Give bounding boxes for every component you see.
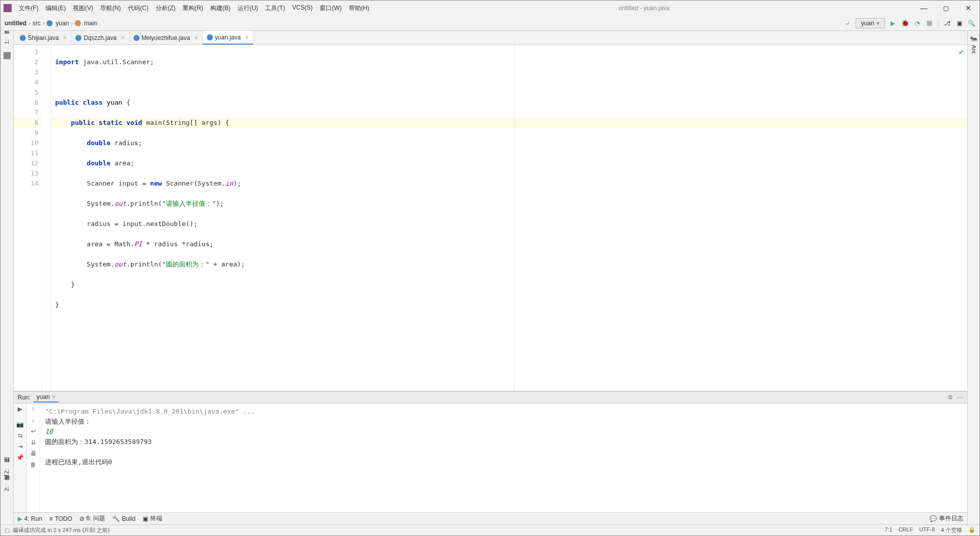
camera-icon[interactable]: 📷: [16, 421, 24, 428]
menu-tools[interactable]: 工具(T): [262, 2, 288, 15]
line-number[interactable]: 4▶: [14, 77, 41, 87]
line-number[interactable]: 7: [14, 108, 41, 118]
print-icon[interactable]: 🖶: [30, 450, 36, 457]
run-button[interactable]: ▶: [889, 19, 897, 27]
menu-vcs[interactable]: VCS(S): [289, 2, 316, 15]
menu-refactor[interactable]: 重构(R): [180, 2, 206, 15]
status-indent[interactable]: 4 个空格: [941, 526, 962, 534]
menu-navigate[interactable]: 导航(N): [97, 2, 124, 15]
menu-run[interactable]: 运行(U): [235, 2, 261, 15]
tool-favorites[interactable]: 2: 收藏: [3, 482, 11, 494]
console-output: 圆的面积为：314.1592653589793: [45, 437, 962, 447]
stop-button[interactable]: [925, 19, 933, 27]
up-arrow-icon[interactable]: ↑: [32, 406, 35, 413]
line-number[interactable]: 14: [14, 178, 41, 189]
line-number[interactable]: 13: [14, 168, 41, 178]
breadcrumb-class[interactable]: yuan: [56, 20, 69, 27]
line-number[interactable]: 10: [14, 138, 41, 148]
hammer-icon: 🔨: [112, 515, 120, 522]
minimize-button[interactable]: —: [916, 4, 932, 12]
close-run-tab-icon[interactable]: ✕: [52, 394, 56, 399]
line-number[interactable]: 2: [14, 57, 41, 67]
breadcrumb-project[interactable]: untitled: [5, 20, 26, 27]
code-editor[interactable]: 1 2 3▶ 4▶ 5 6 7 8 9 10 11 12 13 14 impor…: [14, 45, 967, 391]
tab-yuan[interactable]: yuan.java ✕: [203, 31, 253, 44]
exit-icon[interactable]: ⇥: [18, 443, 23, 450]
trash-icon[interactable]: 🗑: [30, 461, 36, 468]
maximize-button[interactable]: ◻: [938, 4, 954, 12]
line-number[interactable]: 5: [14, 87, 41, 98]
search-everywhere-icon[interactable]: 🔍: [967, 19, 975, 27]
build-icon[interactable]: ⤾: [843, 19, 852, 27]
menu-build[interactable]: 构建(B): [207, 2, 234, 15]
menu-code[interactable]: 代码(C): [125, 2, 152, 15]
wrap-icon[interactable]: ↩: [31, 428, 36, 435]
tool-ant[interactable]: Ant: [971, 42, 977, 57]
status-encoding[interactable]: UTF-8: [919, 526, 935, 534]
chevron-down-icon: ▾: [876, 20, 879, 27]
tool-folder-icon[interactable]: [4, 52, 11, 59]
check-icon: ✔: [958, 48, 964, 56]
tool-structure[interactable]: Z: 结构: [3, 464, 11, 477]
close-tab-icon[interactable]: ✕: [245, 34, 249, 40]
app-icon: [4, 4, 12, 12]
line-number[interactable]: 8: [14, 118, 41, 128]
console-exit: 进程已结束,退出代码0: [45, 457, 962, 467]
coverage-button[interactable]: ◔: [913, 19, 921, 27]
run-config-dropdown[interactable]: yuan ▾: [856, 18, 885, 28]
menu-help[interactable]: 帮助(H): [346, 2, 373, 15]
line-number[interactable]: 1: [14, 47, 41, 57]
run-minimize-icon[interactable]: —: [957, 394, 963, 401]
tool-project[interactable]: 1: 项目: [3, 35, 11, 47]
editor-tabs: Shijian.java ✕ Dqszzh.java ✕ Meiyuezhifu…: [14, 31, 967, 45]
tool-terminal[interactable]: ▣终端: [143, 514, 162, 523]
status-dock-icon[interactable]: ▢: [5, 527, 10, 533]
line-number[interactable]: 6: [14, 98, 41, 108]
rerun-button[interactable]: ▶: [18, 406, 22, 413]
close-tab-icon[interactable]: ✕: [194, 35, 198, 40]
tab-meiyuezhifue[interactable]: Meiyuezhifue.java ✕: [129, 31, 203, 44]
status-line-ending[interactable]: CRLF: [899, 526, 913, 534]
layout-run-icon[interactable]: ⇆: [18, 432, 23, 439]
menu-window[interactable]: 窗口(W): [317, 2, 344, 15]
tool-build[interactable]: 🔨Build: [112, 515, 136, 522]
status-position[interactable]: 7:1: [885, 526, 893, 534]
tool-problems[interactable]: ⊘6: 问题: [79, 514, 105, 523]
menu-edit[interactable]: 编辑(E): [42, 2, 69, 15]
layout-icon[interactable]: ▣: [955, 19, 963, 27]
run-panel: Run: yuan ✕ ⚙ — ▶ 📷 ⇆: [14, 391, 967, 512]
git-icon[interactable]: ⎇: [943, 19, 951, 27]
close-tab-icon[interactable]: ✕: [63, 35, 67, 40]
tool-run[interactable]: ▶4: Run: [18, 515, 42, 522]
line-number[interactable]: 12: [14, 158, 41, 168]
line-number[interactable]: 3▶: [14, 67, 41, 77]
ant-icon: 🐜: [970, 35, 977, 42]
close-tab-icon[interactable]: ✕: [121, 35, 125, 40]
menu-analyze[interactable]: 分析(Z): [153, 2, 179, 15]
close-button[interactable]: ✕: [960, 4, 976, 12]
tab-label: yuan.java: [215, 34, 241, 41]
tab-dqszzh[interactable]: Dqszzh.java ✕: [71, 31, 129, 44]
tool-todo[interactable]: ≡TODO: [49, 515, 72, 522]
terminal-icon: ▣: [143, 515, 148, 522]
code-area[interactable]: import java.util.Scanner; public class y…: [51, 45, 967, 391]
line-number[interactable]: 9: [14, 128, 41, 138]
event-log-icon: 💬: [929, 515, 937, 522]
line-gutter: 1 2 3▶ 4▶ 5 6 7 8 9 10 11 12 13 14: [14, 45, 42, 391]
scroll-icon[interactable]: ⇊: [31, 439, 36, 446]
run-settings-icon[interactable]: ⚙: [948, 394, 953, 401]
run-console[interactable]: "C:\Program Files\Java\jdk1.8.0_201\bin\…: [40, 404, 967, 512]
down-arrow-icon[interactable]: ↓: [32, 417, 35, 424]
tool-eventlog[interactable]: 事件日志: [939, 514, 963, 523]
tab-label: Shijian.java: [28, 34, 59, 41]
run-tab-yuan[interactable]: yuan ✕: [33, 392, 59, 403]
menu-view[interactable]: 视图(V): [70, 2, 96, 15]
debug-button[interactable]: 🐞: [901, 19, 909, 27]
menu-file[interactable]: 文件(F): [16, 2, 41, 15]
status-lock-icon[interactable]: 🔒: [968, 526, 975, 534]
breadcrumb-src[interactable]: src: [32, 20, 40, 27]
pin-icon[interactable]: 📌: [16, 454, 24, 461]
tab-shijian[interactable]: Shijian.java ✕: [16, 31, 71, 44]
line-number[interactable]: 11: [14, 148, 41, 158]
breadcrumb-method[interactable]: main: [84, 20, 97, 27]
